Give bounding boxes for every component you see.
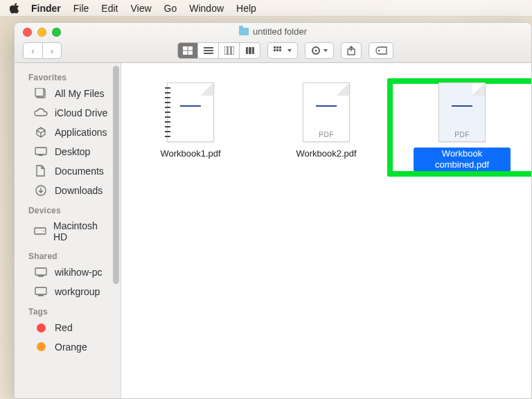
share-button[interactable] xyxy=(341,42,362,59)
menu-window[interactable]: Window xyxy=(189,3,224,14)
menu-edit[interactable]: Edit xyxy=(101,3,118,14)
view-list-button[interactable] xyxy=(198,42,219,59)
sidebar-item-tag-red[interactable]: Red xyxy=(15,318,121,337)
sidebar-scrollbar[interactable] xyxy=(113,66,119,284)
file-name: Workbook combined.pdf xyxy=(414,148,511,172)
pdf-thumbnail-icon: PDF xyxy=(438,82,486,142)
sidebar-item-macintosh-hd[interactable]: Macintosh HD xyxy=(15,217,121,246)
sidebar-item-label: Desktop xyxy=(55,146,90,157)
svg-rect-17 xyxy=(276,49,278,51)
sidebar-item-label: Macintosh HD xyxy=(53,220,108,242)
titlebar: untitled folder ‹ › xyxy=(15,23,531,63)
svg-rect-31 xyxy=(38,276,44,277)
menu-go[interactable]: Go xyxy=(164,3,177,14)
share-icon xyxy=(347,46,355,55)
svg-rect-16 xyxy=(274,49,276,51)
svg-rect-2 xyxy=(183,51,187,55)
tag-dot-red xyxy=(37,323,46,332)
app-name[interactable]: Finder xyxy=(31,3,61,14)
chevron-down-icon xyxy=(287,49,292,52)
sidebar-header-tags: Tags xyxy=(15,301,121,318)
svg-rect-25 xyxy=(35,148,46,154)
svg-rect-10 xyxy=(246,47,248,54)
file-pane[interactable]: Workbook1.pdf PDF Workbook2.pdf xyxy=(121,63,531,398)
sidebar-item-label: Red xyxy=(55,322,73,333)
view-column-button[interactable] xyxy=(219,42,240,59)
apple-menu-icon[interactable] xyxy=(10,3,20,14)
sidebar-item-workgroup[interactable]: workgroup xyxy=(15,282,121,301)
sidebar-item-documents[interactable]: Documents xyxy=(15,161,121,181)
sidebar-item-wikihow-pc[interactable]: wikihow-pc xyxy=(15,263,121,282)
toolbar xyxy=(177,42,393,59)
svg-rect-14 xyxy=(276,46,278,48)
svg-rect-12 xyxy=(252,47,254,54)
tag-icon xyxy=(375,46,387,55)
desktop-icon xyxy=(34,145,48,158)
documents-icon xyxy=(34,165,48,177)
all-my-files-icon xyxy=(34,87,48,100)
chevron-down-icon xyxy=(323,49,328,52)
sidebar-item-label: Applications xyxy=(55,127,107,138)
gear-icon xyxy=(311,46,321,55)
svg-rect-15 xyxy=(279,46,281,48)
svg-rect-18 xyxy=(279,49,281,51)
arrange-button[interactable] xyxy=(267,42,298,59)
window-title-text: untitled folder xyxy=(253,26,307,37)
network-pc-icon xyxy=(34,266,48,278)
sidebar-header-shared: Shared xyxy=(15,246,121,263)
svg-rect-8 xyxy=(228,46,231,55)
tags-button[interactable] xyxy=(369,42,393,59)
file-item[interactable]: Workbook1.pdf xyxy=(142,82,239,160)
pdf-thumbnail-icon: PDF xyxy=(303,82,350,142)
svg-point-20 xyxy=(315,50,317,52)
svg-rect-9 xyxy=(231,46,234,55)
pdf-thumbnail-icon xyxy=(167,82,214,142)
svg-rect-24 xyxy=(35,88,44,96)
nav-buttons: ‹ › xyxy=(23,42,62,59)
sidebar-item-tag-orange[interactable]: Orange xyxy=(15,337,121,353)
forward-button[interactable]: › xyxy=(42,42,62,59)
menu-view[interactable]: View xyxy=(130,3,151,14)
tag-dot-orange xyxy=(37,342,46,351)
sidebar-item-label: wikihow-pc xyxy=(55,267,102,278)
svg-rect-4 xyxy=(204,47,213,48)
sidebar-item-applications[interactable]: Applications xyxy=(15,123,121,142)
sidebar-item-desktop[interactable]: Desktop xyxy=(15,142,121,161)
sidebar-item-icloud-drive[interactable]: iCloud Drive xyxy=(15,103,121,123)
downloads-icon xyxy=(34,184,48,197)
svg-rect-6 xyxy=(204,53,213,54)
svg-point-29 xyxy=(43,231,44,232)
file-item[interactable]: PDF Workbook2.pdf xyxy=(278,82,375,160)
file-name: Workbook2.pdf xyxy=(292,148,360,160)
view-switcher xyxy=(177,42,260,59)
window-title: untitled folder xyxy=(15,26,531,37)
menu-help[interactable]: Help xyxy=(236,3,256,14)
svg-rect-1 xyxy=(188,46,193,50)
svg-point-22 xyxy=(378,50,380,51)
file-item-selected[interactable]: PDF Workbook combined.pdf xyxy=(414,82,511,172)
action-button[interactable] xyxy=(305,42,334,59)
sidebar-item-downloads[interactable]: Downloads xyxy=(15,181,121,200)
sidebar-item-label: All My Files xyxy=(55,88,105,99)
svg-rect-7 xyxy=(224,46,227,55)
hdd-icon xyxy=(34,225,46,238)
sidebar: Favorites All My Files iCloud Drive Appl… xyxy=(15,63,121,398)
finder-window: untitled folder ‹ › Favorites All My Fil… xyxy=(14,22,532,399)
cloud-icon xyxy=(34,107,48,119)
svg-rect-3 xyxy=(188,51,193,55)
folder-icon xyxy=(239,28,249,35)
sidebar-item-label: Documents xyxy=(55,166,104,177)
view-icon-button[interactable] xyxy=(177,42,198,59)
back-button[interactable]: ‹ xyxy=(23,42,42,59)
svg-rect-13 xyxy=(274,46,276,48)
svg-rect-11 xyxy=(249,47,251,54)
svg-rect-26 xyxy=(39,154,43,156)
sidebar-item-label: workgroup xyxy=(55,286,100,297)
svg-rect-5 xyxy=(204,50,213,51)
sidebar-item-label: iCloud Drive xyxy=(55,107,107,118)
sidebar-item-all-my-files[interactable]: All My Files xyxy=(15,84,121,103)
menubar: Finder File Edit View Go Window Help xyxy=(0,0,532,17)
view-gallery-button[interactable] xyxy=(240,42,260,59)
menu-file[interactable]: File xyxy=(73,3,89,14)
svg-rect-32 xyxy=(35,287,46,294)
